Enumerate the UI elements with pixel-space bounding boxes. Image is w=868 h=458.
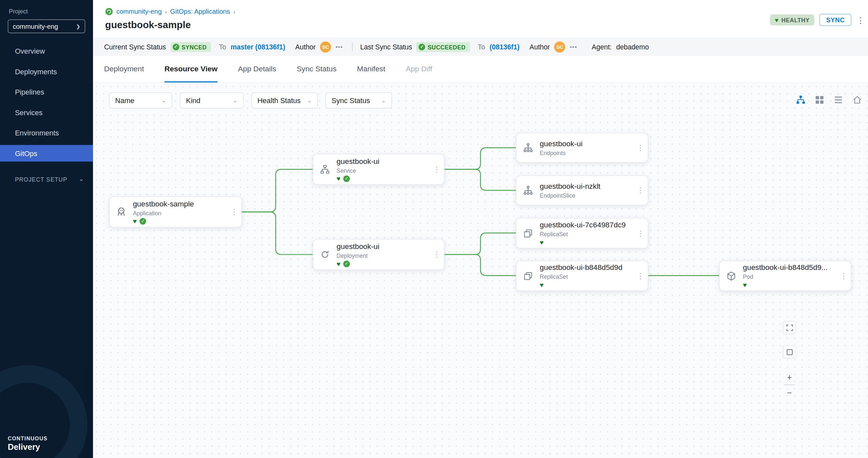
divider	[784, 384, 795, 385]
replicaset-icon	[517, 271, 540, 281]
breadcrumb-project-link[interactable]: community-eng	[116, 8, 162, 16]
last-sync-status-label: Last Sync Status	[360, 43, 412, 51]
sync-button[interactable]: SYNC	[819, 14, 851, 26]
more-authors-dots[interactable]: •••	[336, 44, 343, 50]
chevron-down-icon: ⌄	[307, 97, 312, 104]
zoom-in-button[interactable]: +	[783, 371, 796, 384]
healthy-heart-icon: ♥	[337, 175, 340, 182]
synced-badge-label: SYNCED	[182, 43, 207, 50]
chevron-down-icon: ⌄	[161, 97, 166, 104]
project-setup-toggle[interactable]: PROJECT SETUP ⌄	[0, 175, 84, 183]
service-icon	[313, 164, 337, 174]
graph-edge	[242, 212, 313, 255]
author-avatar[interactable]: SC	[554, 41, 565, 52]
sidebar-item-pipelines[interactable]: Pipelines	[0, 82, 93, 102]
node-kebab-icon[interactable]: ⋮	[633, 271, 648, 281]
resource-node-application[interactable]: guestbook-sample Application ♥ ✓ ⋮	[109, 196, 242, 227]
sidebar-item-gitops[interactable]: GitOps	[0, 145, 93, 162]
current-revision-link[interactable]: master (08136f1)	[231, 43, 285, 51]
home-view-icon[interactable]	[852, 95, 862, 105]
resource-node-pod[interactable]: guestbook-ui-b848d5d9... Pod ♥ ⋮	[719, 261, 851, 291]
list-view-icon[interactable]	[834, 95, 843, 105]
zoom-controls: + −	[783, 371, 796, 399]
to-label: To	[478, 43, 485, 51]
tab-resource-view[interactable]: Resource View	[164, 56, 217, 83]
author-avatar[interactable]: SC	[320, 41, 331, 52]
tab-app-details[interactable]: App Details	[238, 56, 276, 83]
grid-view-icon[interactable]	[815, 95, 825, 105]
sidebar-item-overview[interactable]: Overview	[0, 41, 93, 62]
resource-name: guestbook-ui-nzklt	[540, 182, 633, 190]
breadcrumb: community-eng › GitOps: Applications ›	[105, 8, 235, 16]
more-authors-dots[interactable]: •••	[570, 44, 577, 50]
resource-node-deployment[interactable]: guestbook-ui Deployment ♥ ✓ ⋮	[313, 239, 445, 270]
brand-line-2: Delivery	[8, 442, 48, 452]
expand-icon	[785, 324, 794, 332]
pod-icon	[720, 271, 743, 281]
main-panel: community-eng › GitOps: Applications › g…	[93, 0, 868, 458]
current-sync-status-label: Current Sync Status	[104, 43, 166, 51]
tab-deployment[interactable]: Deployment	[104, 56, 144, 83]
sidebar-item-environments[interactable]: Environments	[0, 123, 93, 143]
sidebar-item-services[interactable]: Services	[0, 102, 93, 123]
filter-kind-dropdown[interactable]: Kind ⌄	[180, 92, 244, 108]
chevron-down-icon: ⌄	[381, 97, 386, 104]
tree-view-icon[interactable]	[796, 95, 805, 105]
resource-node-endpoints[interactable]: guestbook-ui Endpoints ⋮	[516, 133, 648, 163]
resource-kind: EndpointSlice	[540, 192, 633, 199]
filter-name-dropdown[interactable]: Name ⌄	[109, 92, 172, 108]
header-actions: ♥ HEALTHY SYNC ⋮	[770, 14, 865, 26]
more-options-kebab-icon[interactable]: ⋮	[856, 16, 864, 24]
project-label: Project	[9, 8, 93, 14]
node-kebab-icon[interactable]: ⋮	[633, 143, 648, 152]
check-circle-icon: ✓	[173, 43, 179, 50]
last-revision-link[interactable]: (08136f1)	[490, 43, 520, 51]
resource-node-replicaset-2[interactable]: guestbook-ui-b848d5d9d ReplicaSet ♥ ⋮	[516, 261, 648, 291]
module-brand: CONTINUOUS Delivery	[8, 435, 48, 452]
tab-sync-status[interactable]: Sync Status	[297, 56, 337, 83]
brand-line-1: CONTINUOUS	[8, 435, 48, 441]
sidebar-item-deployments[interactable]: Deployments	[0, 62, 93, 82]
endpoints-icon	[517, 143, 540, 153]
node-kebab-icon[interactable]: ⋮	[227, 207, 241, 216]
tab-manifest[interactable]: Manifest	[357, 56, 385, 83]
view-mode-switcher	[796, 95, 868, 105]
synced-badge: ✓ SYNCED	[170, 42, 211, 52]
healthy-heart-icon: ♥	[743, 282, 747, 288]
resource-name: guestbook-sample	[133, 200, 227, 208]
chevron-right-icon: ❯	[76, 24, 80, 29]
tab-app-diff: App Diff	[406, 56, 432, 83]
project-selector[interactable]: community-eng ❯	[8, 19, 86, 33]
node-kebab-icon[interactable]: ⋮	[429, 165, 444, 174]
replicaset-icon	[517, 228, 540, 238]
gitops-app-icon	[105, 8, 113, 16]
sidebar: Project community-eng ❯ Overview Deploym…	[0, 0, 93, 458]
healthy-heart-icon: ♥	[133, 218, 137, 224]
filter-sync-status-dropdown[interactable]: Sync Status ⌄	[326, 92, 392, 108]
breadcrumb-applications-link[interactable]: GitOps: Applications	[170, 8, 230, 16]
node-kebab-icon[interactable]: ⋮	[429, 250, 444, 259]
graph-edge	[444, 233, 516, 255]
resource-name: guestbook-ui-7c64987dc9	[540, 221, 633, 229]
resource-node-replicaset-1[interactable]: guestbook-ui-7c64987dc9 ReplicaSet ♥ ⋮	[516, 218, 648, 248]
fullscreen-button[interactable]	[783, 321, 796, 334]
filter-health-status-dropdown[interactable]: Health Status ⌄	[251, 92, 318, 108]
resource-kind: ReplicaSet	[540, 231, 633, 237]
page-title: guestbook-sample	[105, 19, 191, 31]
resource-node-endpointslice[interactable]: guestbook-ui-nzklt EndpointSlice ⋮	[516, 175, 648, 205]
author-label: Author	[295, 43, 315, 51]
healthy-heart-icon: ♥	[540, 282, 544, 288]
chevron-down-icon: ⌄	[79, 175, 84, 183]
node-kebab-icon[interactable]: ⋮	[633, 229, 648, 237]
resource-kind: Endpoints	[540, 150, 633, 156]
breadcrumb-separator: ›	[234, 8, 235, 15]
resource-name: guestbook-ui	[337, 157, 429, 165]
resource-node-service[interactable]: guestbook-ui Service ♥ ✓ ⋮	[313, 154, 445, 185]
node-kebab-icon[interactable]: ⋮	[837, 271, 851, 281]
filter-label: Health Status	[257, 96, 301, 104]
fit-view-button[interactable]	[783, 345, 796, 359]
zoom-out-button[interactable]: −	[783, 386, 796, 399]
node-kebab-icon[interactable]: ⋮	[633, 186, 648, 195]
resource-tree-canvas[interactable]: Name ⌄ Kind ⌄ Health Status ⌄ Sync Statu…	[93, 83, 868, 458]
resource-name: guestbook-ui	[337, 242, 429, 250]
